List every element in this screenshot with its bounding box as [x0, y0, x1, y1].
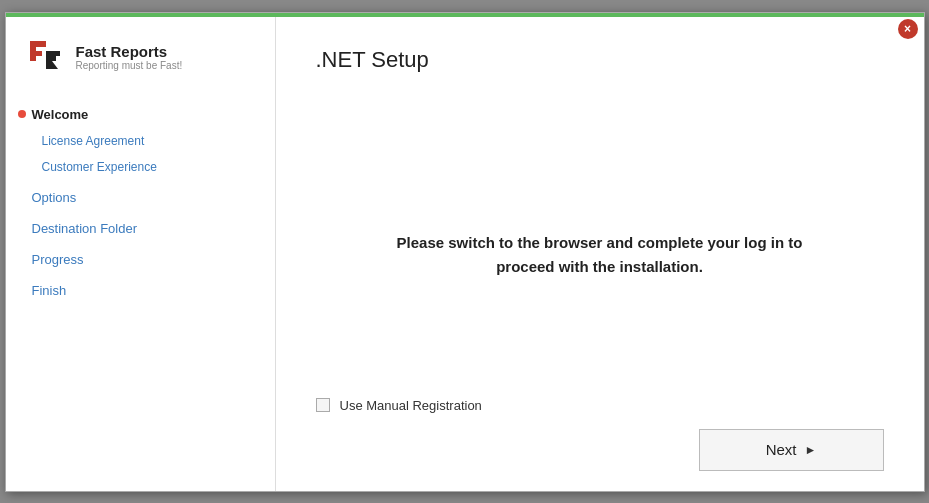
- sidebar-item-progress[interactable]: Progress: [6, 246, 275, 273]
- fast-reports-logo-icon: [26, 37, 66, 77]
- logo-area: Fast Reports Reporting must be Fast!: [6, 37, 275, 101]
- message-area: Please switch to the browser and complet…: [316, 113, 884, 398]
- window-content: Fast Reports Reporting must be Fast! Wel…: [6, 17, 924, 491]
- svg-rect-5: [46, 51, 60, 56]
- sidebar-item-destination[interactable]: Destination Folder: [6, 215, 275, 242]
- sidebar-item-finish[interactable]: Finish: [6, 277, 275, 304]
- next-arrow-icon: ►: [804, 443, 816, 457]
- next-button-label: Next: [766, 441, 797, 458]
- instruction-message: Please switch to the browser and complet…: [370, 231, 830, 279]
- logo-text: Fast Reports Reporting must be Fast!: [76, 43, 183, 71]
- brand-sub: Reporting must be Fast!: [76, 60, 183, 71]
- page-title: .NET Setup: [316, 47, 884, 73]
- svg-rect-2: [30, 41, 46, 47]
- manual-registration-row: Use Manual Registration: [316, 398, 884, 413]
- sidebar-item-welcome[interactable]: Welcome: [6, 101, 275, 128]
- close-button[interactable]: ×: [898, 19, 918, 39]
- sidebar-item-license[interactable]: License Agreement: [6, 128, 275, 154]
- brand-name: Fast Reports: [76, 43, 183, 60]
- installer-window: × Fast Reports: [5, 12, 925, 492]
- sidebar-item-customer[interactable]: Customer Experience: [6, 154, 275, 180]
- sidebar-item-options[interactable]: Options: [6, 184, 275, 211]
- footer-area: Use Manual Registration Next ►: [316, 398, 884, 471]
- next-button[interactable]: Next ►: [699, 429, 884, 471]
- manual-registration-label: Use Manual Registration: [340, 398, 482, 413]
- svg-rect-3: [30, 51, 42, 56]
- button-row: Next ►: [316, 429, 884, 471]
- sidebar: Fast Reports Reporting must be Fast! Wel…: [6, 17, 276, 491]
- manual-registration-checkbox[interactable]: [316, 398, 330, 412]
- svg-rect-6: [46, 56, 56, 61]
- nav-list: Welcome License Agreement Customer Exper…: [6, 101, 275, 304]
- main-content: .NET Setup Please switch to the browser …: [276, 17, 924, 491]
